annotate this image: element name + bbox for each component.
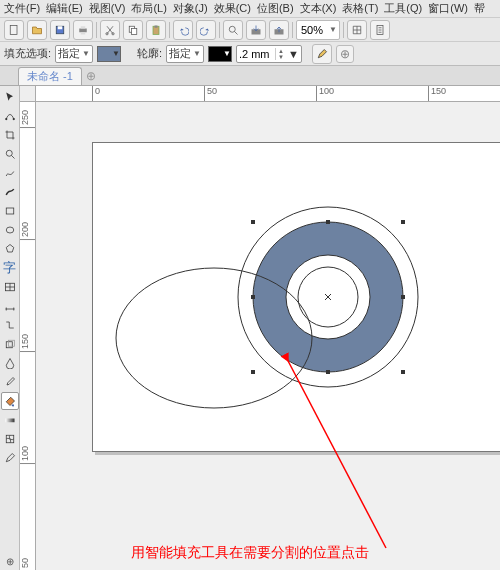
pick-tool[interactable]	[1, 88, 19, 106]
outline-pen-button[interactable]	[312, 44, 332, 64]
zoom-tool[interactable]	[1, 145, 19, 163]
print-button[interactable]	[73, 20, 93, 40]
add-tab-button[interactable]: ⊕	[82, 67, 100, 85]
menu-bar: 文件(F) 编辑(E) 视图(V) 布局(L) 对象(J) 效果(C) 位图(B…	[0, 0, 500, 18]
snap-button[interactable]	[347, 20, 367, 40]
svg-rect-24	[5, 419, 14, 423]
redo-button[interactable]	[196, 20, 216, 40]
new-button[interactable]	[4, 20, 24, 40]
svg-rect-22	[6, 342, 12, 348]
svg-rect-19	[6, 208, 14, 214]
svg-rect-5	[81, 32, 86, 34]
svg-point-17	[12, 118, 14, 120]
svg-point-12	[229, 26, 235, 32]
spin-down-icon[interactable]: ▼	[278, 54, 284, 60]
export-button[interactable]	[269, 20, 289, 40]
menu-edit[interactable]: 编辑(E)	[46, 1, 83, 16]
document-tab-bar: 未命名 -1 ⊕	[0, 66, 500, 86]
workspace: 字 ⊕ 050100150200250 25020015010050	[0, 86, 500, 570]
quick-customize-button[interactable]: ⊕	[1, 552, 19, 570]
add-preset-button[interactable]: ⊕	[336, 45, 354, 63]
chevron-down-icon: ▼	[286, 48, 301, 60]
paste-button[interactable]	[146, 20, 166, 40]
chevron-down-icon: ▼	[193, 49, 201, 58]
save-button[interactable]	[50, 20, 70, 40]
chevron-down-icon: ▼	[329, 25, 337, 34]
fill-color-swatch[interactable]: ▼	[97, 46, 121, 62]
zoom-level[interactable]: ▼	[296, 20, 340, 40]
menu-object[interactable]: 对象(J)	[173, 1, 208, 16]
search-button[interactable]	[223, 20, 243, 40]
eyedropper-tool[interactable]	[1, 373, 19, 391]
outline-width[interactable]: ▲▼ ▼	[236, 45, 302, 63]
artistic-media-tool[interactable]	[1, 183, 19, 201]
smart-fill-tool[interactable]	[1, 392, 19, 410]
options-button[interactable]	[370, 20, 390, 40]
svg-rect-23	[8, 340, 14, 346]
menu-table[interactable]: 表格(T)	[342, 1, 378, 16]
annotation-text: 用智能填充工具在需要分割的位置点击	[131, 544, 369, 562]
menu-bitmap[interactable]: 位图(B)	[257, 1, 294, 16]
shape-tool[interactable]	[1, 107, 19, 125]
svg-rect-9	[132, 28, 137, 34]
outline-width-input[interactable]	[237, 48, 275, 60]
chevron-down-icon: ▼	[82, 49, 90, 58]
vertical-ruler[interactable]: 25020015010050	[20, 102, 36, 570]
cut-button[interactable]	[100, 20, 120, 40]
svg-rect-3	[79, 28, 87, 32]
menu-file[interactable]: 文件(F)	[4, 1, 40, 16]
ruler-origin[interactable]	[20, 86, 36, 102]
horizontal-ruler[interactable]: 050100150200250	[36, 86, 500, 102]
svg-rect-4	[81, 26, 86, 28]
svg-rect-0	[10, 25, 17, 34]
table-tool[interactable]	[1, 278, 19, 296]
crop-tool[interactable]	[1, 126, 19, 144]
dimension-tool[interactable]	[1, 297, 19, 315]
svg-point-16	[5, 118, 7, 120]
fill-options-label: 填充选项:	[4, 46, 51, 61]
text-tool[interactable]: 字	[1, 259, 19, 277]
transparency-tool[interactable]	[1, 354, 19, 372]
undo-button[interactable]	[173, 20, 193, 40]
standard-toolbar: ▼	[0, 18, 500, 42]
connector-tool[interactable]	[1, 316, 19, 334]
copy-button[interactable]	[123, 20, 143, 40]
property-bar: 填充选项: 指定▼ ▼ 轮廓: 指定▼ ▼ ▲▼ ▼ ⊕	[0, 42, 500, 66]
open-button[interactable]	[27, 20, 47, 40]
outline-color-swatch[interactable]: ▼	[208, 46, 232, 62]
menu-view[interactable]: 视图(V)	[89, 1, 126, 16]
outline-tool[interactable]	[1, 449, 19, 467]
effects-tool[interactable]	[1, 335, 19, 353]
polygon-tool[interactable]	[1, 240, 19, 258]
chevron-down-icon: ▼	[112, 49, 120, 58]
menu-layout[interactable]: 布局(L)	[131, 1, 166, 16]
toolbox: 字 ⊕	[0, 86, 20, 570]
outline-mode-dropdown[interactable]: 指定▼	[166, 45, 204, 63]
rectangle-tool[interactable]	[1, 202, 19, 220]
fill-mode-dropdown[interactable]: 指定▼	[55, 45, 93, 63]
mesh-fill-tool[interactable]	[1, 430, 19, 448]
svg-point-20	[6, 227, 14, 233]
import-button[interactable]	[246, 20, 266, 40]
ellipse-tool[interactable]	[1, 221, 19, 239]
canvas-area[interactable]: 用智能填充工具在需要分割的位置点击	[36, 102, 500, 570]
menu-tools[interactable]: 工具(Q)	[384, 1, 422, 16]
menu-window[interactable]: 窗口(W)	[428, 1, 468, 16]
outline-label: 轮廓:	[137, 46, 162, 61]
interactive-fill-tool[interactable]	[1, 411, 19, 429]
svg-point-18	[6, 150, 12, 156]
menu-help[interactable]: 帮	[474, 1, 485, 16]
page	[92, 142, 500, 452]
zoom-input[interactable]	[301, 24, 329, 36]
menu-text[interactable]: 文本(X)	[300, 1, 337, 16]
menu-effect[interactable]: 效果(C)	[214, 1, 251, 16]
chevron-down-icon: ▼	[223, 49, 231, 58]
document-tab[interactable]: 未命名 -1	[18, 67, 82, 85]
svg-rect-2	[58, 26, 63, 29]
freehand-tool[interactable]	[1, 164, 19, 182]
svg-rect-11	[155, 25, 158, 27]
